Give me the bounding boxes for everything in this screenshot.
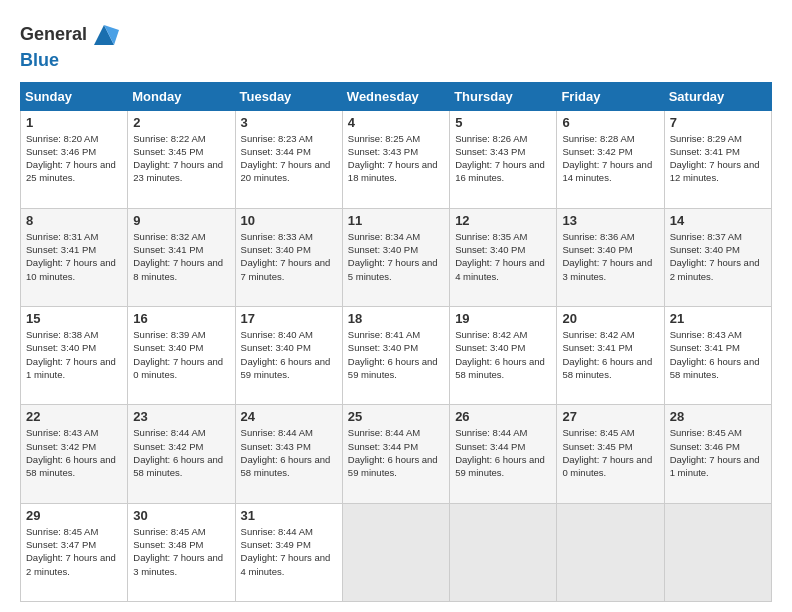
- day-info: Sunrise: 8:43 AMSunset: 3:41 PMDaylight:…: [670, 329, 760, 380]
- calendar-cell: 12 Sunrise: 8:35 AMSunset: 3:40 PMDaylig…: [450, 208, 557, 306]
- calendar-cell: 11 Sunrise: 8:34 AMSunset: 3:40 PMDaylig…: [342, 208, 449, 306]
- day-number: 20: [562, 311, 658, 326]
- calendar-cell: [342, 503, 449, 601]
- day-number: 23: [133, 409, 229, 424]
- day-info: Sunrise: 8:32 AMSunset: 3:41 PMDaylight:…: [133, 231, 223, 282]
- calendar-cell: 25 Sunrise: 8:44 AMSunset: 3:44 PMDaylig…: [342, 405, 449, 503]
- day-info: Sunrise: 8:41 AMSunset: 3:40 PMDaylight:…: [348, 329, 438, 380]
- calendar-cell: 19 Sunrise: 8:42 AMSunset: 3:40 PMDaylig…: [450, 307, 557, 405]
- day-info: Sunrise: 8:45 AMSunset: 3:46 PMDaylight:…: [670, 427, 760, 478]
- day-info: Sunrise: 8:20 AMSunset: 3:46 PMDaylight:…: [26, 133, 116, 184]
- logo-text-blue: Blue: [20, 50, 59, 70]
- day-number: 25: [348, 409, 444, 424]
- calendar-cell: 16 Sunrise: 8:39 AMSunset: 3:40 PMDaylig…: [128, 307, 235, 405]
- day-number: 30: [133, 508, 229, 523]
- calendar-header-cell: Thursday: [450, 82, 557, 110]
- page: General Blue SundayMondayTuesdayWednesda…: [0, 0, 792, 612]
- day-number: 17: [241, 311, 337, 326]
- calendar-cell: 29 Sunrise: 8:45 AMSunset: 3:47 PMDaylig…: [21, 503, 128, 601]
- day-info: Sunrise: 8:39 AMSunset: 3:40 PMDaylight:…: [133, 329, 223, 380]
- calendar-cell: 1 Sunrise: 8:20 AMSunset: 3:46 PMDayligh…: [21, 110, 128, 208]
- calendar-cell: 13 Sunrise: 8:36 AMSunset: 3:40 PMDaylig…: [557, 208, 664, 306]
- day-number: 29: [26, 508, 122, 523]
- day-info: Sunrise: 8:31 AMSunset: 3:41 PMDaylight:…: [26, 231, 116, 282]
- day-number: 2: [133, 115, 229, 130]
- logo: General Blue: [20, 20, 119, 72]
- logo-text-general: General: [20, 24, 87, 46]
- day-info: Sunrise: 8:42 AMSunset: 3:40 PMDaylight:…: [455, 329, 545, 380]
- calendar-header-row: SundayMondayTuesdayWednesdayThursdayFrid…: [21, 82, 772, 110]
- day-number: 7: [670, 115, 766, 130]
- calendar-week-row: 29 Sunrise: 8:45 AMSunset: 3:47 PMDaylig…: [21, 503, 772, 601]
- day-number: 13: [562, 213, 658, 228]
- calendar-cell: 7 Sunrise: 8:29 AMSunset: 3:41 PMDayligh…: [664, 110, 771, 208]
- day-number: 3: [241, 115, 337, 130]
- day-number: 22: [26, 409, 122, 424]
- day-number: 27: [562, 409, 658, 424]
- calendar-cell: 8 Sunrise: 8:31 AMSunset: 3:41 PMDayligh…: [21, 208, 128, 306]
- day-number: 5: [455, 115, 551, 130]
- day-number: 15: [26, 311, 122, 326]
- calendar-cell: [664, 503, 771, 601]
- day-number: 12: [455, 213, 551, 228]
- calendar-cell: 3 Sunrise: 8:23 AMSunset: 3:44 PMDayligh…: [235, 110, 342, 208]
- calendar-week-row: 22 Sunrise: 8:43 AMSunset: 3:42 PMDaylig…: [21, 405, 772, 503]
- day-info: Sunrise: 8:26 AMSunset: 3:43 PMDaylight:…: [455, 133, 545, 184]
- calendar-cell: 26 Sunrise: 8:44 AMSunset: 3:44 PMDaylig…: [450, 405, 557, 503]
- day-info: Sunrise: 8:45 AMSunset: 3:45 PMDaylight:…: [562, 427, 652, 478]
- calendar-cell: 6 Sunrise: 8:28 AMSunset: 3:42 PMDayligh…: [557, 110, 664, 208]
- day-info: Sunrise: 8:28 AMSunset: 3:42 PMDaylight:…: [562, 133, 652, 184]
- day-number: 14: [670, 213, 766, 228]
- day-info: Sunrise: 8:29 AMSunset: 3:41 PMDaylight:…: [670, 133, 760, 184]
- day-number: 24: [241, 409, 337, 424]
- calendar-header-cell: Monday: [128, 82, 235, 110]
- day-info: Sunrise: 8:33 AMSunset: 3:40 PMDaylight:…: [241, 231, 331, 282]
- day-info: Sunrise: 8:42 AMSunset: 3:41 PMDaylight:…: [562, 329, 652, 380]
- day-info: Sunrise: 8:44 AMSunset: 3:49 PMDaylight:…: [241, 526, 331, 577]
- day-info: Sunrise: 8:35 AMSunset: 3:40 PMDaylight:…: [455, 231, 545, 282]
- calendar-header-cell: Wednesday: [342, 82, 449, 110]
- header: General Blue: [20, 20, 772, 72]
- calendar-week-row: 15 Sunrise: 8:38 AMSunset: 3:40 PMDaylig…: [21, 307, 772, 405]
- calendar-header-cell: Saturday: [664, 82, 771, 110]
- calendar-cell: 18 Sunrise: 8:41 AMSunset: 3:40 PMDaylig…: [342, 307, 449, 405]
- calendar-table: SundayMondayTuesdayWednesdayThursdayFrid…: [20, 82, 772, 602]
- calendar-cell: 22 Sunrise: 8:43 AMSunset: 3:42 PMDaylig…: [21, 405, 128, 503]
- calendar-cell: 9 Sunrise: 8:32 AMSunset: 3:41 PMDayligh…: [128, 208, 235, 306]
- calendar-week-row: 8 Sunrise: 8:31 AMSunset: 3:41 PMDayligh…: [21, 208, 772, 306]
- day-info: Sunrise: 8:38 AMSunset: 3:40 PMDaylight:…: [26, 329, 116, 380]
- day-number: 1: [26, 115, 122, 130]
- day-number: 4: [348, 115, 444, 130]
- day-info: Sunrise: 8:25 AMSunset: 3:43 PMDaylight:…: [348, 133, 438, 184]
- day-number: 26: [455, 409, 551, 424]
- day-info: Sunrise: 8:40 AMSunset: 3:40 PMDaylight:…: [241, 329, 331, 380]
- calendar-header-cell: Friday: [557, 82, 664, 110]
- logo-icon: [89, 20, 119, 50]
- day-info: Sunrise: 8:43 AMSunset: 3:42 PMDaylight:…: [26, 427, 116, 478]
- calendar-cell: 31 Sunrise: 8:44 AMSunset: 3:49 PMDaylig…: [235, 503, 342, 601]
- calendar-cell: 17 Sunrise: 8:40 AMSunset: 3:40 PMDaylig…: [235, 307, 342, 405]
- day-info: Sunrise: 8:45 AMSunset: 3:47 PMDaylight:…: [26, 526, 116, 577]
- day-number: 9: [133, 213, 229, 228]
- calendar-cell: 2 Sunrise: 8:22 AMSunset: 3:45 PMDayligh…: [128, 110, 235, 208]
- day-number: 11: [348, 213, 444, 228]
- day-info: Sunrise: 8:44 AMSunset: 3:44 PMDaylight:…: [455, 427, 545, 478]
- calendar-cell: 4 Sunrise: 8:25 AMSunset: 3:43 PMDayligh…: [342, 110, 449, 208]
- day-number: 18: [348, 311, 444, 326]
- day-number: 8: [26, 213, 122, 228]
- calendar-cell: 15 Sunrise: 8:38 AMSunset: 3:40 PMDaylig…: [21, 307, 128, 405]
- day-info: Sunrise: 8:23 AMSunset: 3:44 PMDaylight:…: [241, 133, 331, 184]
- calendar-cell: 20 Sunrise: 8:42 AMSunset: 3:41 PMDaylig…: [557, 307, 664, 405]
- calendar-cell: 30 Sunrise: 8:45 AMSunset: 3:48 PMDaylig…: [128, 503, 235, 601]
- day-number: 16: [133, 311, 229, 326]
- calendar-cell: [557, 503, 664, 601]
- day-number: 19: [455, 311, 551, 326]
- calendar-cell: 14 Sunrise: 8:37 AMSunset: 3:40 PMDaylig…: [664, 208, 771, 306]
- calendar-cell: 28 Sunrise: 8:45 AMSunset: 3:46 PMDaylig…: [664, 405, 771, 503]
- calendar-cell: 21 Sunrise: 8:43 AMSunset: 3:41 PMDaylig…: [664, 307, 771, 405]
- calendar-cell: 5 Sunrise: 8:26 AMSunset: 3:43 PMDayligh…: [450, 110, 557, 208]
- calendar-cell: 23 Sunrise: 8:44 AMSunset: 3:42 PMDaylig…: [128, 405, 235, 503]
- day-info: Sunrise: 8:34 AMSunset: 3:40 PMDaylight:…: [348, 231, 438, 282]
- day-info: Sunrise: 8:22 AMSunset: 3:45 PMDaylight:…: [133, 133, 223, 184]
- calendar-header-cell: Tuesday: [235, 82, 342, 110]
